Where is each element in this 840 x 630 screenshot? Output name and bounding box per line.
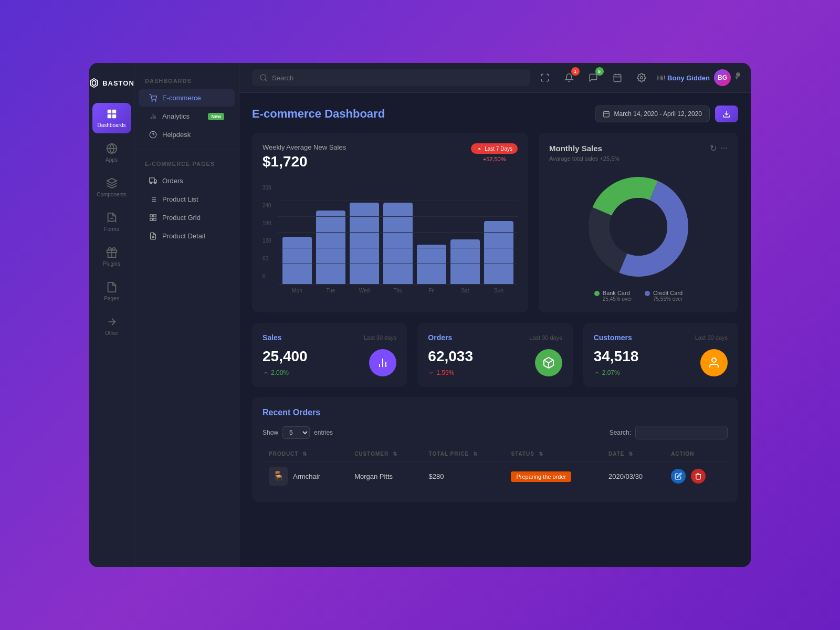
svg-point-14 xyxy=(155,101,156,101)
entries-select[interactable]: 5 10 25 xyxy=(282,426,310,439)
table-body: 🪑 Armchair Morgan Pitts $280 Preparing t… xyxy=(262,461,728,491)
edit-button[interactable] xyxy=(671,469,686,484)
sidebar-item-dashboards[interactable]: Dashboards xyxy=(92,103,131,133)
sidebar-apps-label: Apps xyxy=(106,157,118,163)
credit-card-pct: 75,55% over xyxy=(653,296,682,302)
calendar-small-icon xyxy=(603,110,610,118)
col-status: STATUS ⇅ xyxy=(505,447,602,461)
stat-orders-change: 1.59% xyxy=(428,369,473,376)
arrow-up-icon-2 xyxy=(594,370,600,376)
nav-item-helpdesk[interactable]: Helpdesk xyxy=(139,126,235,143)
dashboard-body: E-commerce Dashboard March 14, 2020 - Ap… xyxy=(239,93,751,567)
weekly-sales-title: Weekly Average New Sales xyxy=(262,143,346,151)
sort-price-icon[interactable]: ⇅ xyxy=(473,451,478,457)
sidebar-item-forms[interactable]: Forms xyxy=(92,207,131,237)
bank-card-label: Bank Card xyxy=(603,290,632,296)
trash-icon xyxy=(695,472,702,480)
download-button[interactable] xyxy=(715,106,738,122)
stat-customers-card: Customers Last 30 days 34,518 2.07% xyxy=(583,323,738,387)
col-status-label: STATUS xyxy=(511,451,534,457)
bar-thu-rect xyxy=(383,203,413,284)
sidebar-item-pages[interactable]: Pages xyxy=(92,276,131,307)
entries-label: entries xyxy=(314,429,333,436)
date-range-button[interactable]: March 14, 2020 - April 12, 2020 xyxy=(595,106,710,122)
sort-date-icon[interactable]: ⇅ xyxy=(628,451,633,457)
customers-icon-circle xyxy=(700,349,728,376)
label-tue: Tue xyxy=(316,288,345,293)
credit-card-dot xyxy=(645,291,650,296)
calendar-icon xyxy=(613,73,622,82)
stat-sales-header: Sales Last 30 days xyxy=(262,333,396,342)
sort-product-icon[interactable]: ⇅ xyxy=(302,451,307,457)
fullscreen-icon xyxy=(540,73,550,82)
label-mon: Mon xyxy=(282,288,312,293)
fullscreen-btn[interactable] xyxy=(537,69,553,86)
stat-sales-pct: 2.00% xyxy=(271,369,289,376)
refresh-icon[interactable]: ↻ xyxy=(710,143,717,153)
stat-orders-card: Orders Last 30 days 62,033 1.59% xyxy=(417,323,572,387)
nav-section-ecommerce: E-commerce Pages xyxy=(134,156,239,171)
download-icon xyxy=(722,110,731,118)
search-input[interactable] xyxy=(272,74,523,82)
col-price-label: TOTAL PRICE xyxy=(429,451,469,457)
nav-item-orders[interactable]: Orders xyxy=(139,172,235,190)
product-thumbnail: 🪑 xyxy=(269,467,288,486)
brand-name: BASTON xyxy=(102,79,134,87)
sidebar-item-plugins[interactable]: Plugins xyxy=(92,242,131,272)
sidebar-item-apps[interactable]: Apps xyxy=(92,138,131,168)
stat-sales-card: Sales Last 30 days 25,400 2.00% xyxy=(252,323,407,387)
nav-item-analytics[interactable]: Analytics New xyxy=(139,108,235,125)
nav-item-ecommerce[interactable]: E-commerce xyxy=(139,89,235,107)
delete-button[interactable] xyxy=(691,469,706,484)
sidebar-pages-label: Pages xyxy=(104,296,119,301)
show-entries: Show 5 10 25 entries xyxy=(262,426,333,439)
notifications-badge: 1 xyxy=(571,67,580,76)
svg-rect-5 xyxy=(112,114,116,118)
bar-thu xyxy=(383,203,413,284)
messages-btn[interactable]: 5 xyxy=(585,69,602,86)
calendar-btn[interactable] xyxy=(609,69,626,86)
nav-product-grid-label: Product Grid xyxy=(162,214,201,222)
sort-status-icon[interactable]: ⇅ xyxy=(539,451,543,457)
header-actions: 1 5 xyxy=(537,69,738,86)
svg-rect-4 xyxy=(107,114,111,118)
bar-chart-icon xyxy=(376,356,389,369)
user-info[interactable]: Hi! Bony Gidden BG ▾ xyxy=(657,69,738,86)
sort-customer-icon[interactable]: ⇅ xyxy=(393,451,397,457)
notifications-btn[interactable]: 1 xyxy=(561,69,578,86)
stat-customers-label: Customers xyxy=(594,333,632,342)
search-bar[interactable] xyxy=(252,69,530,86)
more-icon[interactable]: ··· xyxy=(721,143,728,153)
sidebar-item-other[interactable]: Other xyxy=(92,311,131,341)
bar-wed-rect xyxy=(350,203,379,284)
svg-point-56 xyxy=(712,358,716,362)
edit-icon xyxy=(675,472,682,480)
dashboard-header-row: E-commerce Dashboard March 14, 2020 - Ap… xyxy=(252,106,738,122)
stat-sales-change: 2.00% xyxy=(262,369,308,376)
donut-header: Monthly Sales ↻ ··· xyxy=(549,143,728,153)
svg-rect-3 xyxy=(112,110,116,113)
nav-item-product-list[interactable]: Product List xyxy=(139,191,235,208)
stat-orders-period: Last 30 days xyxy=(529,334,562,341)
sidebar-forms-label: Forms xyxy=(104,226,119,232)
nav-divider xyxy=(134,150,239,150)
bar-chart-labels: Mon Tue Wed Thu Fri Sat Sun xyxy=(278,285,518,293)
col-customer: CUSTOMER ⇅ xyxy=(348,447,422,461)
sidebar-dashboards-label: Dashboards xyxy=(98,122,126,128)
monthly-sales-title: Monthly Sales xyxy=(549,144,602,153)
arrow-up-icon xyxy=(476,145,482,152)
sidebar-item-components[interactable]: Components xyxy=(92,172,131,203)
header: 1 5 xyxy=(239,63,751,93)
nav-helpdesk-label: Helpdesk xyxy=(162,131,191,139)
settings-btn[interactable] xyxy=(633,69,650,86)
svg-rect-43 xyxy=(603,111,609,117)
col-date: DATE ⇅ xyxy=(602,447,665,461)
donut-chart-container xyxy=(549,174,728,279)
nav-item-product-grid[interactable]: Product Grid xyxy=(139,209,235,226)
table-search-input[interactable] xyxy=(635,426,728,439)
cell-status: Preparing the order xyxy=(505,461,602,491)
donut-actions: ↻ ··· xyxy=(710,143,728,153)
nav-item-product-detail[interactable]: Product Detail xyxy=(139,227,235,245)
svg-point-51 xyxy=(610,198,667,256)
svg-rect-38 xyxy=(614,75,621,82)
